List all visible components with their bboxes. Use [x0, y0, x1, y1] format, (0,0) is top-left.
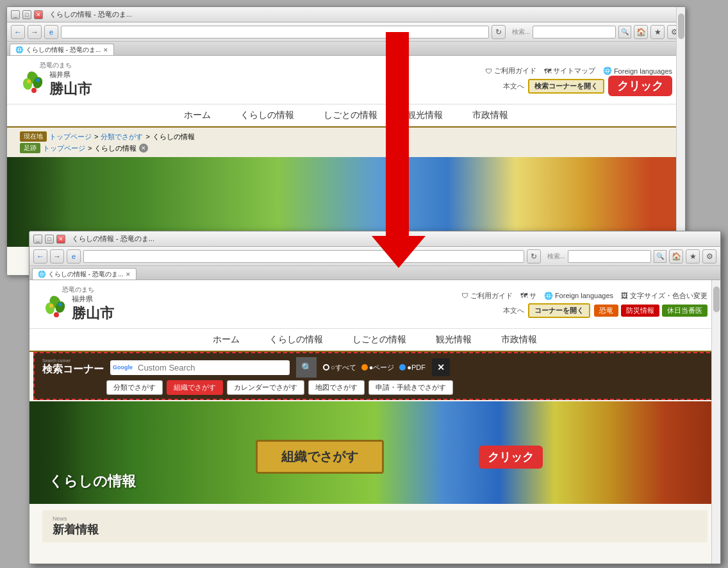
arrow-head: [372, 236, 426, 268]
home-btn-1[interactable]: 🏠: [634, 25, 648, 39]
soshiki-popup[interactable]: 組織でさがす: [256, 440, 384, 474]
header-buttons-2: 本文へ コーナーを開く 恐竜 防災情報 休日当番医: [503, 303, 707, 318]
nav-home-1[interactable]: ホーム: [179, 108, 216, 122]
header-link-sitemap-2[interactable]: 🗺 サ: [520, 291, 536, 301]
svg-point-9: [54, 312, 59, 317]
scrollbar-2[interactable]: [711, 280, 720, 564]
btn-bousai[interactable]: 防災情報: [621, 305, 659, 317]
address-bar-1[interactable]: [61, 26, 489, 38]
tab-close-1[interactable]: ✕: [103, 47, 108, 53]
search-corner-bar: Search corner 検索コーナー Google 🔍 ○すべて ●ページ: [33, 352, 716, 400]
header-link-guide-2[interactable]: 🛡 ご利用ガイド: [461, 291, 513, 301]
logo-leaf-2: [42, 296, 68, 322]
radio-page[interactable]: ●ページ: [361, 363, 395, 372]
click-label-1: クリック: [608, 76, 672, 96]
search-input-2[interactable]: [568, 250, 651, 263]
address-bar-2[interactable]: [83, 250, 524, 263]
search-corner-open-2[interactable]: コーナーを開く: [528, 303, 590, 318]
main-nav-1: ホーム くらしの情報 しごとの情報 観光情報 市政情報: [7, 104, 685, 128]
breadcrumb-foot-label-1: 足跡: [20, 143, 40, 153]
close-btn-1[interactable]: ✕: [34, 10, 43, 19]
logo-leaf-1: [20, 71, 46, 98]
breadcrumb-row-1: 現在地 トップページ > 分類でさがす > くらしの情報: [20, 131, 672, 142]
btn-soshiki[interactable]: 組織でさがす: [167, 380, 223, 395]
tab-label-1: くらしの情報 - 恐竜のま...: [26, 46, 101, 54]
nav-shisei-1[interactable]: 市政情報: [467, 108, 513, 122]
tab-2[interactable]: 🌐 くらしの情報 - 恐竜のま... ✕: [32, 268, 136, 280]
custom-search-input[interactable]: [135, 360, 290, 375]
tab-1[interactable]: 🌐 くらしの情報 - 恐竜のま... ✕: [10, 44, 114, 55]
refresh-btn-1[interactable]: ↻: [492, 25, 506, 39]
btn-dinosaur[interactable]: 恐竜: [594, 305, 618, 317]
search-go-btn[interactable]: 🔍: [296, 357, 317, 378]
star-btn-2[interactable]: ★: [686, 249, 700, 263]
header-honbun-1[interactable]: 本文へ: [503, 81, 524, 91]
home-btn-2[interactable]: 🏠: [669, 249, 683, 263]
header-link-sitemap-1[interactable]: 🗺 サイトマップ: [544, 66, 595, 76]
header-link-foreign-1[interactable]: 🌐 Foreign languages: [603, 66, 672, 76]
svg-point-5: [36, 78, 40, 82]
minimize-btn-2[interactable]: _: [33, 235, 42, 244]
nav-kurashi-1[interactable]: くらしの情報: [235, 108, 299, 122]
back-btn-2[interactable]: ←: [33, 249, 47, 263]
tab-label-2: くらしの情報 - 恐竜のま...: [48, 270, 123, 279]
star-btn-1[interactable]: ★: [650, 25, 665, 39]
tab-close-2[interactable]: ✕: [126, 271, 131, 278]
restore-btn-1[interactable]: □: [22, 10, 31, 19]
tab-bar-1: 🌐 くらしの情報 - 恐竜のま... ✕: [7, 42, 685, 56]
nav-shigoto-1[interactable]: しごとの情報: [318, 108, 383, 122]
back-btn-1[interactable]: ←: [11, 25, 25, 39]
header-link-font-2[interactable]: 🖼 文字サイズ・色合い変更: [621, 291, 707, 301]
soshiki-popup-text: 組織でさがす: [281, 449, 358, 464]
close-btn-2[interactable]: ✕: [56, 235, 65, 244]
search-buttons-row: 分類でさがす 組織でさがす カレンダーでさがす 地図でさがす 申請・手続きでさが…: [42, 380, 707, 395]
btn-map[interactable]: 地図でさがす: [308, 380, 365, 395]
logo-area-1: 恐竜のまち 福井県 勝山市: [20, 61, 92, 99]
window-title-2: くらしの情報 - 恐竜のま...: [72, 234, 154, 244]
svg-point-4: [27, 79, 31, 83]
btn-shinsei[interactable]: 申請・手続きでさがす: [368, 380, 453, 395]
header-link-foreign-2[interactable]: 🌐 Foreign languages: [544, 291, 613, 301]
news-section: News 新着情報: [42, 510, 707, 542]
btn-calendar[interactable]: カレンダーでさがす: [227, 380, 304, 395]
breadcrumb-x-1[interactable]: ✕: [139, 144, 148, 153]
search-input-1[interactable]: [533, 26, 616, 38]
breadcrumb-foot-page-1: くらしの情報: [94, 144, 136, 153]
header-link-guide-1[interactable]: 🛡 ご利用ガイド: [485, 66, 536, 76]
radio-pdf[interactable]: ●PDF: [399, 363, 426, 371]
svg-point-3: [31, 88, 37, 93]
refresh-btn-2[interactable]: ↻: [527, 249, 541, 263]
breadcrumb-top-1[interactable]: トップページ: [49, 132, 92, 142]
btn-kyujitsu[interactable]: 休日当番医: [662, 305, 707, 317]
minimize-btn-1[interactable]: _: [11, 10, 20, 19]
gear-btn-2[interactable]: ⚙: [702, 249, 716, 263]
google-logo: Google: [110, 364, 135, 371]
search-corner-open-1[interactable]: 検索コーナーを開く: [528, 79, 604, 94]
breadcrumb-classify-1[interactable]: 分類でさがす: [101, 132, 143, 142]
nav-shisei-2[interactable]: 市政情報: [496, 333, 542, 347]
svg-point-11: [58, 303, 62, 306]
forward-btn-2[interactable]: →: [50, 249, 64, 263]
radio-label-all: ○すべて: [331, 363, 356, 372]
nav-kurashi-2[interactable]: くらしの情報: [264, 333, 328, 347]
forward-btn-1[interactable]: →: [28, 25, 42, 39]
ie-icon-2: e: [67, 249, 81, 263]
breadcrumb-foot-top-1[interactable]: トップページ: [43, 144, 85, 153]
radio-all[interactable]: ○すべて: [323, 363, 356, 372]
search-input-group: Google: [110, 360, 290, 375]
nav-shigoto-2[interactable]: しごとの情報: [347, 333, 411, 347]
svg-point-10: [49, 304, 53, 308]
header-right-2: 🛡 ご利用ガイド 🗺 サ 🌐 Foreign languages 🖼 文字サイズ…: [461, 291, 707, 318]
btn-classify[interactable]: 分類でさがす: [106, 380, 163, 395]
site-header-2: 恐竜のまち 福井県 勝山市: [29, 280, 720, 329]
header-honbun-2[interactable]: 本文へ: [503, 306, 524, 315]
search-go-2[interactable]: 🔍: [654, 250, 666, 263]
ie-icon-1: e: [44, 25, 58, 39]
restore-btn-2[interactable]: □: [45, 235, 54, 244]
search-close-btn[interactable]: ✕: [432, 358, 450, 376]
nav-home-2[interactable]: ホーム: [208, 333, 245, 347]
search-go-1[interactable]: 🔍: [618, 26, 631, 38]
radio-dot-pdf: [399, 364, 406, 371]
tab-favicon-1: 🌐: [15, 46, 23, 53]
nav-kanko-2[interactable]: 観光情報: [431, 333, 477, 347]
